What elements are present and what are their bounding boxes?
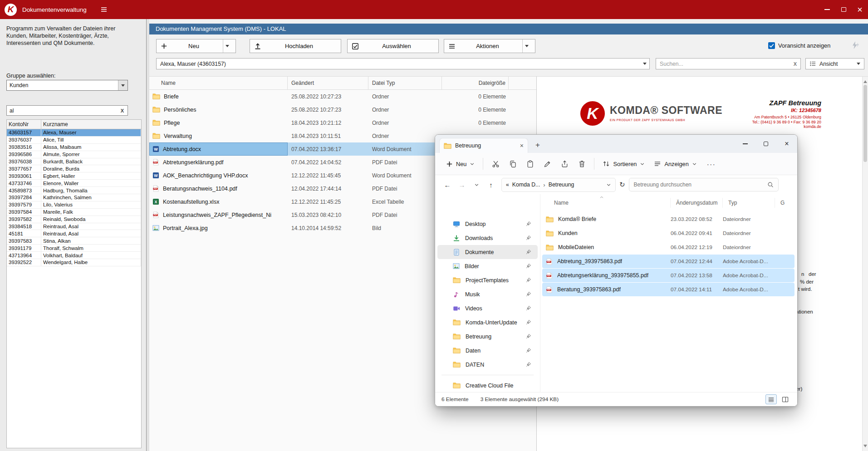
column-header-name[interactable]: Name xyxy=(540,198,671,208)
client-combobox[interactable]: Alexa, Mauser (43603157) xyxy=(156,58,650,69)
explorer-file-row[interactable]: PDFAbtretungserklärung_393975855.pdf07.0… xyxy=(542,269,794,282)
column-header-size[interactable]: G xyxy=(775,198,797,208)
customer-row[interactable]: 39391179Thoralf, Schwalm xyxy=(7,245,141,252)
explorer-nav-item[interactable]: Desktop xyxy=(437,217,538,231)
customer-row[interactable]: 39397582Reinald, Swoboda xyxy=(7,216,141,223)
explorer-nav-item[interactable]: DATEN xyxy=(437,358,538,372)
details-view-button[interactable] xyxy=(765,394,777,404)
back-button[interactable]: ← xyxy=(441,178,454,191)
menu-icon[interactable] xyxy=(100,6,108,13)
customer-row[interactable]: 39376037Alice, Till xyxy=(7,137,141,144)
view-button[interactable]: Ansicht xyxy=(805,58,864,69)
scroll-down-arrow-icon[interactable] xyxy=(863,445,867,449)
customer-row[interactable]: 39377657Doraline, Burda xyxy=(7,165,141,172)
filter-clear-button[interactable]: X xyxy=(121,108,128,113)
up-button[interactable]: ↑ xyxy=(484,178,498,191)
explorer-nav-item[interactable]: Betreuung xyxy=(437,329,538,343)
customer-row[interactable]: 39393061Egbert, Haller xyxy=(7,172,141,180)
customer-row[interactable]: 39376038Burkardt, Ballack xyxy=(7,158,141,166)
customer-row[interactable]: 39397584Mareile, Falk xyxy=(7,209,141,216)
group-select-arrow[interactable] xyxy=(118,80,128,90)
explorer-maximize-button[interactable] xyxy=(755,135,776,153)
customer-row[interactable]: 39397284Kathrinchen, Salmen xyxy=(7,194,141,201)
chevron-down-icon[interactable] xyxy=(606,182,611,187)
column-header-size[interactable]: Dateigröße xyxy=(442,77,509,89)
select-button[interactable]: Auswählen xyxy=(347,39,439,53)
explorer-file-row[interactable]: MobileDateien06.04.2022 12:19Dateiordner xyxy=(542,240,794,254)
paste-button[interactable] xyxy=(521,156,539,172)
dms-file-row[interactable]: Pflege18.04.2023 10:21:12Ordner0 Element… xyxy=(149,116,536,129)
customer-row[interactable]: 43733746Elenore, Waller xyxy=(7,180,141,187)
rename-button[interactable] xyxy=(539,156,556,172)
explorer-nav-item[interactable]: Komda-UnterUpdate xyxy=(437,315,538,329)
forward-button[interactable]: → xyxy=(455,178,469,191)
explorer-nav-item[interactable]: ProjectTemplates xyxy=(437,273,538,287)
minimize-button[interactable] xyxy=(819,0,835,19)
sort-button[interactable]: Sortieren xyxy=(598,157,649,171)
explorer-close-button[interactable]: × xyxy=(776,135,797,153)
icons-view-button[interactable] xyxy=(780,394,791,404)
breadcrumb-current[interactable]: Betreuung xyxy=(549,181,574,188)
share-button[interactable] xyxy=(556,156,573,172)
explorer-nav-item[interactable]: Musik xyxy=(437,287,538,301)
explorer-nav-item[interactable]: Downloads xyxy=(437,231,538,245)
customer-row[interactable]: 39397583Stina, Alkan xyxy=(7,237,141,245)
explorer-nav-item[interactable]: Creative Cloud File xyxy=(437,378,538,392)
dms-file-row[interactable]: Persönliches25.08.2022 10:27:23Ordner0 E… xyxy=(149,103,536,116)
refresh-button[interactable]: ↻ xyxy=(619,181,625,189)
customer-row[interactable]: 43589873Hadburg, Thomalla xyxy=(7,187,141,194)
column-header-modified[interactable]: Geändert xyxy=(288,77,368,89)
scrollbar-thumb[interactable] xyxy=(863,85,867,162)
explorer-file-row[interactable]: Kunden06.04.2022 09:41Dateiordner xyxy=(542,226,794,240)
upload-button[interactable]: Hochladen xyxy=(250,39,341,53)
new-menu-button[interactable]: Neu xyxy=(441,157,479,171)
explorer-nav-item[interactable]: Dokumente xyxy=(437,245,538,259)
new-tab-button[interactable]: + xyxy=(535,141,540,149)
explorer-nav-item[interactable]: Videos xyxy=(437,301,538,315)
customer-row[interactable]: 43713964Volkhart, Baldauf xyxy=(7,252,141,259)
cut-button[interactable] xyxy=(487,156,504,172)
kurzname-column-header[interactable]: Kurzname xyxy=(41,120,141,129)
customer-row[interactable]: 39384518Reintraud, Asal xyxy=(7,223,141,230)
lightning-icon[interactable] xyxy=(851,41,861,50)
explorer-file-row[interactable]: PDFAbtretung_393975863.pdf07.04.2022 12:… xyxy=(542,255,794,268)
customer-row[interactable]: 43603157Alexa, Mauser xyxy=(7,129,141,137)
customer-filter-input[interactable]: al X xyxy=(6,105,128,116)
breadcrumb-parent[interactable]: Komda D... xyxy=(512,181,540,188)
copy-button[interactable] xyxy=(504,156,521,172)
column-header-name[interactable]: Name xyxy=(149,77,288,89)
tab-close-button[interactable]: × xyxy=(520,142,524,149)
delete-button[interactable] xyxy=(573,156,590,172)
explorer-file-row[interactable]: Komda® Briefe23.03.2022 08:52Dateiordner xyxy=(542,212,794,226)
customer-row[interactable]: 39396586Almute, Sporrer xyxy=(7,151,141,158)
recent-locations-button[interactable] xyxy=(470,178,483,191)
customer-row[interactable]: 45181Reintraud, Asal xyxy=(7,230,141,237)
scroll-up-arrow-icon[interactable] xyxy=(863,78,867,83)
kontonr-column-header[interactable]: KontoNr xyxy=(7,120,41,129)
preview-toggle[interactable]: Voransicht anzeigen xyxy=(768,42,830,49)
new-dropdown-arrow[interactable] xyxy=(223,45,231,47)
column-header-modified[interactable]: Änderungsdatum xyxy=(671,198,723,208)
address-breadcrumb[interactable]: « Komda D... › Betreuung xyxy=(501,178,616,192)
explorer-tab[interactable]: Betreuung × xyxy=(439,138,528,153)
more-button[interactable]: ··· xyxy=(707,160,716,168)
explorer-search-input[interactable]: Betreuung durchsuchen xyxy=(629,178,779,191)
actions-dropdown-arrow[interactable] xyxy=(523,45,531,47)
sidebar-splitter[interactable] xyxy=(146,19,149,451)
customer-row[interactable]: 39383516Alissa, Maibaum xyxy=(7,144,141,151)
breadcrumb-overflow[interactable]: « xyxy=(506,181,509,188)
column-header-type[interactable]: Typ xyxy=(723,198,775,208)
explorer-nav-item[interactable]: Daten xyxy=(437,343,538,358)
dms-search-input[interactable]: Suchen... X xyxy=(656,58,801,69)
group-select[interactable]: Kunden xyxy=(6,80,128,91)
explorer-file-row[interactable]: PDFBeratung_393975863.pdf07.04.2022 14:1… xyxy=(542,283,794,296)
actions-button[interactable]: Aktionen xyxy=(444,39,535,53)
explorer-nav-item[interactable]: Bilder xyxy=(437,259,538,273)
customer-row[interactable]: 39397579Lilo, Valerius xyxy=(7,201,141,209)
preview-scrollbar[interactable] xyxy=(862,77,868,451)
search-clear-button[interactable]: X xyxy=(794,61,797,67)
close-button[interactable]: × xyxy=(852,0,868,19)
new-button[interactable]: Neu xyxy=(156,39,236,53)
checkbox-checked-icon[interactable] xyxy=(768,42,775,49)
explorer-minimize-button[interactable] xyxy=(735,135,755,153)
